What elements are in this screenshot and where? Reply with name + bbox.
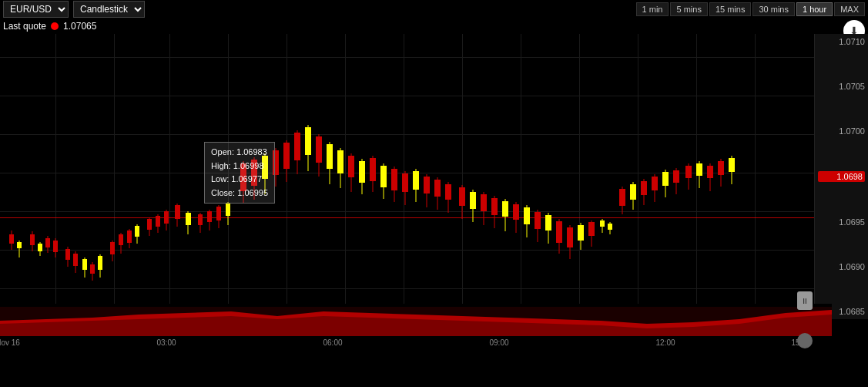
- price-6: 1.0690: [818, 262, 865, 271]
- svg-rect-99: [513, 204, 519, 220]
- svg-rect-5: [30, 234, 35, 245]
- svg-rect-97: [502, 201, 508, 217]
- svg-rect-15: [73, 254, 78, 266]
- svg-rect-89: [459, 187, 465, 206]
- svg-rect-109: [567, 227, 573, 247]
- current-price: 1.0698: [818, 171, 865, 182]
- svg-rect-47: [226, 204, 230, 216]
- chart-container[interactable]: Open: 1.06983 High: 1.06998 Low: 1.06977…: [0, 34, 868, 350]
- svg-rect-37: [175, 205, 180, 219]
- time-btn-5mins[interactable]: 5 mins: [670, 2, 707, 16]
- tooltip-low: Low: 1.06977: [211, 173, 268, 187]
- svg-rect-129: [673, 170, 679, 183]
- price-3: 1.0700: [818, 126, 865, 136]
- mini-label-0900: 09:00: [489, 338, 508, 347]
- time-btn-max[interactable]: MAX: [834, 2, 865, 16]
- svg-rect-139: [729, 158, 735, 172]
- svg-rect-77: [391, 169, 397, 190]
- svg-rect-71: [359, 161, 365, 183]
- svg-rect-23: [110, 242, 115, 254]
- svg-rect-35: [164, 211, 169, 224]
- svg-rect-27: [127, 231, 132, 243]
- mini-label-1200: 12:00: [655, 338, 675, 347]
- svg-rect-127: [662, 172, 669, 186]
- svg-rect-119: [619, 189, 625, 206]
- svg-rect-101: [524, 207, 530, 224]
- svg-rect-131: [685, 166, 692, 178]
- svg-rect-87: [445, 184, 451, 200]
- time-btn-1min[interactable]: 1 min: [636, 2, 669, 16]
- tooltip-open: Open: 1.06983: [211, 146, 268, 160]
- time-btn-15mins[interactable]: 15 mins: [709, 2, 752, 16]
- svg-rect-1: [9, 234, 14, 244]
- svg-rect-39: [186, 213, 191, 225]
- svg-rect-85: [434, 180, 441, 197]
- svg-rect-9: [45, 238, 50, 247]
- svg-rect-81: [413, 171, 419, 190]
- chart-type-selector[interactable]: Candlestick: [73, 1, 145, 18]
- svg-rect-59: [294, 133, 300, 160]
- mini-label-0600: 06:00: [323, 338, 342, 347]
- svg-rect-125: [652, 177, 658, 190]
- svg-rect-33: [156, 216, 160, 227]
- svg-rect-43: [207, 211, 212, 222]
- svg-rect-133: [696, 163, 702, 176]
- candlestick-chart: [0, 34, 832, 319]
- svg-rect-91: [470, 192, 476, 209]
- mini-chart-labels: Nov 16 03:00 06:00 09:00 12:00 15:00: [0, 336, 832, 348]
- svg-rect-69: [348, 156, 354, 177]
- price-2: 1.0705: [818, 82, 865, 91]
- quote-dot: [51, 22, 59, 30]
- pause-button[interactable]: ⏸: [797, 291, 813, 310]
- svg-rect-3: [17, 242, 22, 248]
- svg-rect-67: [337, 150, 344, 173]
- svg-rect-29: [135, 226, 139, 237]
- scroll-handle[interactable]: [797, 333, 813, 348]
- svg-rect-113: [588, 222, 595, 236]
- svg-rect-57: [283, 143, 290, 169]
- mini-chart-svg: [0, 307, 832, 336]
- svg-rect-75: [380, 166, 387, 187]
- svg-rect-95: [491, 198, 498, 215]
- svg-rect-63: [316, 136, 322, 163]
- svg-rect-103: [535, 212, 541, 229]
- candle-tooltip: Open: 1.06983 High: 1.06998 Low: 1.06977…: [204, 142, 275, 204]
- price-5: 1.0695: [818, 217, 865, 227]
- svg-rect-83: [424, 177, 430, 194]
- tooltip-close: Close: 1.06995: [211, 187, 268, 200]
- svg-rect-41: [198, 214, 203, 225]
- svg-rect-107: [556, 221, 562, 243]
- price-1: 1.0710: [818, 37, 865, 46]
- mini-label-0300: 03:00: [156, 338, 176, 347]
- svg-rect-61: [305, 127, 311, 155]
- svg-rect-21: [98, 256, 102, 270]
- time-btn-1hour[interactable]: 1 hour: [796, 2, 833, 16]
- svg-rect-115: [600, 220, 605, 227]
- svg-rect-19: [90, 264, 95, 274]
- svg-rect-73: [370, 158, 376, 181]
- svg-rect-123: [641, 181, 647, 195]
- svg-rect-111: [578, 225, 584, 241]
- mini-chart[interactable]: [0, 307, 832, 336]
- last-quote-bar: Last quote 1.07065 ⬇: [0, 19, 868, 34]
- svg-rect-45: [216, 207, 221, 220]
- time-btn-30mins[interactable]: 30 mins: [752, 2, 795, 16]
- svg-rect-117: [608, 224, 612, 230]
- time-buttons: 1 min 5 mins 15 mins 30 mins 1 hour MAX: [636, 2, 865, 16]
- svg-rect-137: [718, 161, 724, 175]
- svg-rect-11: [53, 241, 58, 252]
- last-quote-value: 1.07065: [63, 21, 96, 32]
- last-quote-label: Last quote: [3, 21, 46, 32]
- mini-label-nov16: Nov 16: [0, 338, 20, 347]
- price-axis: 1.0710 1.0705 1.0700 1.0698 1.0695 1.069…: [814, 34, 868, 319]
- tooltip-high: High: 1.06998: [211, 160, 268, 173]
- chart-header: EUR/USD Candlestick 1 min 5 mins 15 mins…: [0, 0, 868, 19]
- svg-rect-31: [147, 219, 152, 230]
- svg-rect-17: [82, 259, 87, 270]
- svg-rect-13: [65, 249, 70, 260]
- svg-rect-79: [402, 173, 408, 192]
- svg-rect-121: [630, 184, 636, 200]
- pair-selector[interactable]: EUR/USD: [3, 1, 69, 18]
- svg-rect-25: [119, 234, 123, 245]
- svg-rect-65: [327, 144, 333, 169]
